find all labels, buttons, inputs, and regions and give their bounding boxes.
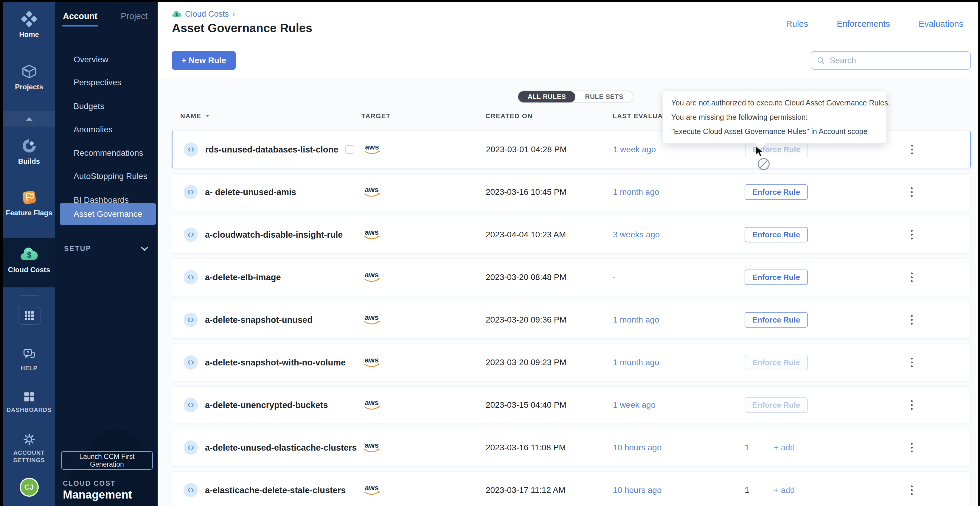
last-evaluation-link[interactable]: 1 week ago	[613, 400, 727, 410]
svg-text:$: $	[27, 251, 31, 259]
row-menu-kebab-icon[interactable]	[909, 271, 915, 284]
row-menu-kebab-icon[interactable]	[909, 484, 915, 497]
last-evaluation-link[interactable]: 10 hours ago	[613, 443, 727, 452]
column-header-target[interactable]: TARGET	[361, 112, 485, 120]
table-row[interactable]: a-cloudwatch-disable-insight-rule aws 20…	[172, 216, 971, 254]
enforce-rule-button[interactable]: Enforce Rule	[745, 312, 808, 328]
table-row[interactable]: a-delete-snapshot-with-no-volume aws 202…	[172, 344, 971, 381]
link-enforcements[interactable]: Enforcements	[837, 19, 890, 29]
action-cell: Enforce Rule	[727, 184, 879, 200]
toggle-all-rules[interactable]: ALL RULES	[518, 91, 575, 102]
setup-section-toggle[interactable]: SETUP	[64, 245, 149, 253]
rule-name[interactable]: a-cloudwatch-disable-insight-rule	[205, 230, 343, 240]
rule-name[interactable]: a-delete-elb-image	[205, 273, 281, 282]
action-cell: 1 + add	[727, 443, 879, 452]
cloud-costs-icon: $	[3, 246, 55, 263]
row-menu-kebab-icon[interactable]	[909, 441, 915, 454]
last-evaluation-link[interactable]: 1 month ago	[613, 358, 727, 367]
rule-name[interactable]: a-delete-snapshot-with-no-volume	[205, 358, 346, 368]
sidebar-divider	[63, 235, 150, 235]
sidebar-item-help[interactable]: ? HELP	[3, 348, 55, 372]
launch-ccm-first-gen-button[interactable]: Launch CCM First Generation	[61, 451, 153, 470]
rule-icon	[183, 185, 198, 199]
table-row[interactable]: a-elasticache-delete-stale-clusters aws …	[172, 471, 971, 506]
rule-icon	[183, 270, 198, 284]
primary-nav-rail: Home Projects Builds	[3, 2, 55, 506]
rule-name[interactable]: rds-unused-databases-list-clone	[205, 145, 338, 155]
table-row[interactable]: a- delete-unused-amis aws 2023-03-16 10:…	[172, 173, 971, 211]
sidebar-item-perspectives[interactable]: Perspectives	[55, 73, 153, 92]
rule-name[interactable]: a- delete-unused-amis	[205, 187, 296, 197]
rule-name[interactable]: a-delete-snapshot-unused	[205, 315, 313, 325]
enforce-rule-button[interactable]: Enforce Rule	[745, 142, 808, 157]
sidebar-item-account-settings[interactable]: ACCOUNT SETTINGS	[3, 432, 55, 464]
sidebar-item-anomalies[interactable]: Anomalies	[55, 120, 153, 139]
sidebar-item-label: Feature Flags	[3, 209, 55, 217]
sidebar-item-budgets[interactable]: Budgets	[55, 97, 153, 116]
sidebar-item-builds[interactable]: Builds	[3, 138, 55, 166]
module-picker-button[interactable]	[18, 307, 41, 325]
row-menu-kebab-icon[interactable]	[909, 398, 915, 412]
last-evaluation-link[interactable]: 1 week ago	[613, 145, 728, 154]
last-evaluation-link[interactable]: -	[613, 273, 727, 282]
aws-logo-icon: aws	[362, 483, 382, 496]
table-row[interactable]: a-delete-snapshot-unused aws 2023-03-20 …	[172, 301, 971, 339]
row-menu-kebab-icon[interactable]	[909, 143, 915, 156]
last-evaluation-link[interactable]: 3 weeks ago	[613, 230, 727, 240]
new-rule-button[interactable]: + New Rule	[172, 51, 236, 70]
kebab-cell	[879, 398, 970, 412]
tab-project[interactable]: Project	[121, 11, 148, 21]
sidebar-item-cloud-costs[interactable]: $ Cloud Costs	[3, 246, 55, 274]
main-content: $ Cloud Costs › Asset Governance Rules R…	[158, 2, 978, 506]
enforce-rule-button[interactable]: Enforce Rule	[745, 184, 808, 200]
sidebar-item-projects[interactable]: Projects	[3, 63, 55, 91]
link-evaluations[interactable]: Evaluations	[919, 19, 963, 29]
user-avatar[interactable]: CJ	[20, 478, 39, 497]
toggle-rule-sets[interactable]: RULE SETS	[575, 91, 633, 102]
row-menu-kebab-icon[interactable]	[909, 228, 915, 241]
rail-collapse-toggle[interactable]	[3, 111, 55, 127]
action-cell: Enforce Rule	[727, 312, 879, 328]
projects-icon	[3, 63, 55, 80]
sidebar-item-dashboards[interactable]: DASHBOARDS	[3, 391, 55, 414]
table-row[interactable]: a-delete-unencrypted-buckets aws 2023-03…	[172, 386, 971, 424]
enforce-rule-button[interactable]: Enforce Rule	[745, 355, 808, 370]
rule-name[interactable]: a-delete-unused-elasticache-clusters	[205, 443, 357, 453]
enforce-rule-button[interactable]: Enforce Rule	[745, 227, 808, 243]
last-evaluation-link[interactable]: 1 month ago	[613, 187, 727, 197]
table-row[interactable]: a-delete-elb-image aws 2023-03-20 08:48 …	[172, 259, 971, 296]
rule-name[interactable]: a-delete-unencrypted-buckets	[205, 400, 328, 410]
sidebar-item-overview[interactable]: Overview	[55, 50, 153, 69]
table-row[interactable]: a-delete-unused-elasticache-clusters aws…	[172, 429, 971, 466]
sidebar-item-home[interactable]: Home	[3, 11, 55, 39]
row-menu-kebab-icon[interactable]	[909, 186, 915, 199]
enforcement-count: 1	[745, 485, 749, 495]
sidebar-item-feature-flags[interactable]: Feature Flags	[3, 189, 55, 217]
last-evaluation-link[interactable]: 10 hours ago	[613, 485, 727, 495]
last-evaluation-link[interactable]: 1 month ago	[613, 315, 727, 325]
add-enforcement-link[interactable]: + add	[774, 485, 795, 495]
row-menu-kebab-icon[interactable]	[909, 313, 915, 327]
row-menu-kebab-icon[interactable]	[909, 356, 915, 369]
column-header-name[interactable]: NAME	[172, 112, 361, 120]
sidebar-item-recommendations[interactable]: Recommendations	[55, 144, 153, 163]
svg-text:aws: aws	[365, 228, 379, 236]
search-box[interactable]	[811, 51, 971, 70]
enforce-rule-button[interactable]: Enforce Rule	[745, 270, 808, 285]
created-on-cell: 2023-03-17 11:12 AM	[486, 485, 613, 495]
add-enforcement-link[interactable]: + add	[774, 443, 795, 452]
sidebar-item-autostopping-rules[interactable]: AutoStopping Rules	[55, 167, 153, 186]
breadcrumb: $ Cloud Costs ›	[172, 10, 235, 19]
rule-name[interactable]: a-elasticache-delete-stale-clusters	[205, 485, 346, 495]
rule-icon	[183, 228, 198, 242]
rule-name-cell: a-delete-snapshot-unused	[172, 313, 362, 327]
row-checkbox[interactable]	[345, 145, 354, 154]
aws-logo-icon: aws	[362, 441, 382, 454]
search-input[interactable]	[829, 56, 965, 65]
tab-account[interactable]: Account	[63, 11, 97, 21]
column-header-created-on[interactable]: CREATED ON	[485, 112, 612, 120]
breadcrumb-cloud-costs[interactable]: Cloud Costs	[185, 10, 229, 19]
enforce-rule-button[interactable]: Enforce Rule	[745, 397, 808, 413]
sidebar-item-asset-governance[interactable]: Asset Governance	[60, 203, 156, 225]
link-rules[interactable]: Rules	[786, 19, 808, 29]
